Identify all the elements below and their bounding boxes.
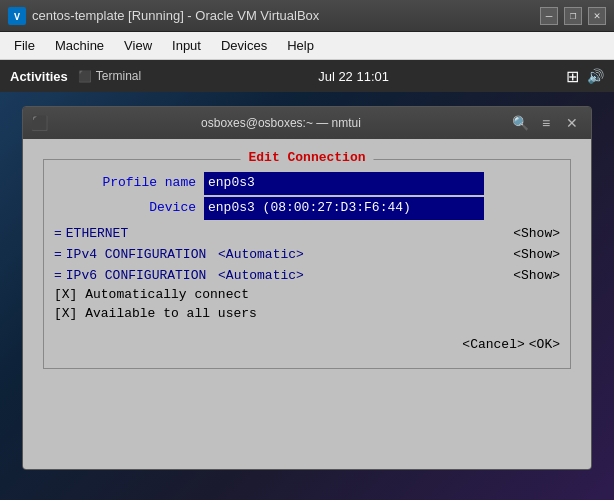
terminal-close-button[interactable]: ✕ — [561, 112, 583, 134]
ok-button[interactable]: <OK> — [529, 337, 560, 352]
app-icon: V — [8, 7, 26, 25]
terminal-menu-button[interactable]: ≡ — [535, 112, 557, 134]
ipv4-mode[interactable]: <Automatic> — [218, 247, 304, 262]
minimize-button[interactable]: — — [540, 7, 558, 25]
restore-button[interactable]: ❐ — [564, 7, 582, 25]
ipv6-mode[interactable]: <Automatic> — [218, 268, 304, 283]
ethernet-section: = ETHERNET <Show> — [54, 226, 560, 241]
profile-name-label: Profile name — [54, 173, 204, 194]
system-tray: ⊞ 🔊 — [566, 67, 604, 86]
window-title: centos-template [Running] - Oracle VM Vi… — [32, 8, 540, 23]
window-controls: — ❐ ✕ — [540, 7, 606, 25]
terminal-window: ⬛ osboxes@osboxes:~ — nmtui 🔍 ≡ ✕ Edit C… — [22, 106, 592, 470]
terminal-app-icon: ⬛ — [31, 115, 47, 131]
menu-input[interactable]: Input — [162, 36, 211, 55]
volume-icon[interactable]: 🔊 — [587, 68, 604, 84]
terminal-tray-label[interactable]: Terminal — [96, 69, 141, 83]
close-button[interactable]: ✕ — [588, 7, 606, 25]
ethernet-dash: = — [54, 226, 62, 241]
edit-connection-dialog: Edit Connection Profile name enp0s3 Devi… — [43, 159, 571, 369]
menu-bar: File Machine View Input Devices Help — [0, 32, 614, 60]
ipv6-show[interactable]: <Show> — [513, 268, 560, 283]
ipv4-section: = IPv4 CONFIGURATION <Automatic> <Show> — [54, 247, 560, 262]
nmtui-screen: Edit Connection Profile name enp0s3 Devi… — [23, 139, 591, 469]
profile-name-row: Profile name enp0s3 — [54, 172, 560, 195]
dialog-title: Edit Connection — [240, 150, 373, 165]
menu-help[interactable]: Help — [277, 36, 324, 55]
clock: Jul 22 11:01 — [141, 69, 566, 84]
terminal-titlebar: ⬛ osboxes@osboxes:~ — nmtui 🔍 ≡ ✕ — [23, 107, 591, 139]
svg-text:V: V — [14, 12, 20, 23]
menu-file[interactable]: File — [4, 36, 45, 55]
virtualbox-titlebar: V centos-template [Running] - Oracle VM … — [0, 0, 614, 32]
terminal-title: osboxes@osboxes:~ — nmtui — [53, 116, 509, 130]
ipv4-label: IPv4 CONFIGURATION <Automatic> — [66, 247, 513, 262]
terminal-search-button[interactable]: 🔍 — [509, 112, 531, 134]
menu-devices[interactable]: Devices — [211, 36, 277, 55]
auto-connect-row[interactable]: [X] Automatically connect — [54, 287, 560, 302]
ipv6-section: = IPv6 CONFIGURATION <Automatic> <Show> — [54, 268, 560, 283]
device-row: Device enp0s3 (08:00:27:D3:F6:44) — [54, 197, 560, 220]
terminal-tray-icon: ⬛ — [78, 70, 92, 83]
auto-connect-checkbox[interactable]: [X] Automatically connect — [54, 287, 249, 302]
ethernet-label: ETHERNET — [66, 226, 513, 241]
menu-machine[interactable]: Machine — [45, 36, 114, 55]
all-users-row[interactable]: [X] Available to all users — [54, 306, 560, 321]
ipv4-dash: = — [54, 247, 62, 262]
desktop: ⬛ osboxes@osboxes:~ — nmtui 🔍 ≡ ✕ Edit C… — [0, 92, 614, 500]
gnome-topbar: Activities ⬛ Terminal Jul 22 11:01 ⊞ 🔊 — [0, 60, 614, 92]
device-label: Device — [54, 198, 204, 219]
activities-button[interactable]: Activities — [10, 69, 68, 84]
action-buttons: <Cancel> <OK> — [54, 337, 560, 352]
ipv4-show[interactable]: <Show> — [513, 247, 560, 262]
all-users-checkbox[interactable]: [X] Available to all users — [54, 306, 257, 321]
device-value[interactable]: enp0s3 (08:00:27:D3:F6:44) — [204, 197, 484, 220]
cancel-button[interactable]: <Cancel> — [462, 337, 524, 352]
menu-view[interactable]: View — [114, 36, 162, 55]
ipv6-dash: = — [54, 268, 62, 283]
ethernet-show[interactable]: <Show> — [513, 226, 560, 241]
profile-name-value[interactable]: enp0s3 — [204, 172, 484, 195]
terminal-controls: 🔍 ≡ ✕ — [509, 112, 583, 134]
network-icon[interactable]: ⊞ — [566, 67, 579, 86]
ipv6-label: IPv6 CONFIGURATION <Automatic> — [66, 268, 513, 283]
